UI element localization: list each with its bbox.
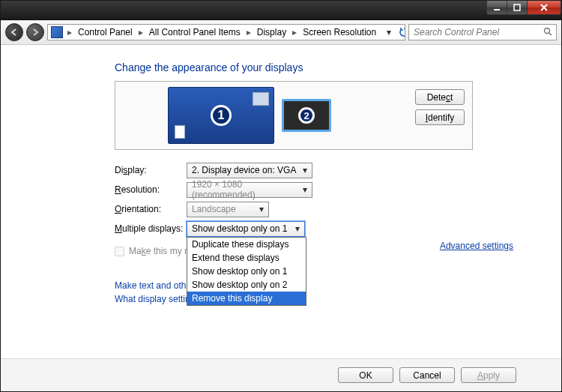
identify-button[interactable]: Identify — [415, 109, 465, 125]
dd-option-extend[interactable]: Extend these displays — [187, 251, 306, 265]
maximize-button[interactable] — [507, 1, 528, 15]
control-panel-icon — [51, 26, 63, 38]
resolution-label: Resolution: — [115, 184, 187, 195]
crumb-screen-resolution[interactable]: Screen Resolution — [300, 27, 379, 37]
display-preview-box: 1 2 Detect Identify — [115, 81, 473, 150]
display-combobox[interactable]: 2. Display device on: VGA ▾ — [187, 163, 312, 178]
display-label: Display: — [115, 165, 187, 175]
monitor-1-number: 1 — [211, 105, 232, 126]
crumb-display[interactable]: Display — [254, 27, 289, 37]
svg-point-2 — [545, 28, 550, 33]
dd-option-only1[interactable]: Show desktop only on 1 — [187, 265, 306, 278]
chevron-right-icon: ▸ — [66, 27, 73, 37]
monitor-2-number: 2 — [298, 107, 315, 124]
address-bar[interactable]: ▸ Control Panel ▸ All Control Panel Item… — [47, 24, 405, 40]
dd-option-only2[interactable]: Show desktop only on 2 — [187, 278, 306, 292]
help-links: Make text and othe What display settings… — [115, 279, 522, 306]
forward-button[interactable] — [26, 23, 44, 41]
display-value: 2. Display device on: VGA — [192, 165, 296, 175]
multiple-displays-label: Multiple displays: — [115, 223, 187, 234]
dialog-footer: OK Cancel Apply — [1, 358, 561, 391]
back-button[interactable] — [5, 23, 23, 41]
search-input[interactable] — [412, 26, 543, 38]
svg-line-3 — [549, 33, 552, 35]
close-button[interactable] — [527, 1, 561, 15]
page-title: Change the appearance of your displays — [115, 61, 522, 73]
multiple-displays-combobox[interactable]: Show desktop only on 1 ▾ — [187, 221, 305, 237]
monitor-2[interactable]: 2 — [282, 99, 331, 132]
svg-rect-0 — [494, 9, 500, 10]
screen-resolution-window: ▸ Control Panel ▸ All Control Panel Item… — [0, 0, 562, 392]
resolution-value: 1920 × 1080 (recommended) — [192, 179, 300, 200]
history-dropdown-button[interactable]: ▾ — [382, 25, 396, 39]
caption-buttons — [487, 1, 561, 15]
chevron-right-icon: ▸ — [137, 27, 145, 37]
content-area: Change the appearance of your displays 1… — [1, 45, 561, 313]
chevron-right-icon: ▸ — [245, 27, 253, 37]
search-icon — [543, 27, 553, 38]
main-display-checkbox[interactable] — [115, 247, 124, 256]
text-size-link[interactable]: Make text and othe — [115, 280, 191, 291]
settings-form: Display: 2. Display device on: VGA ▾ Res… — [115, 160, 522, 238]
detect-button[interactable]: Detect — [415, 89, 465, 105]
cancel-button[interactable]: Cancel — [399, 367, 455, 383]
minimize-button[interactable] — [486, 1, 507, 15]
resolution-combobox[interactable]: 1920 × 1080 (recommended) ▾ — [187, 182, 312, 198]
nav-row: ▸ Control Panel ▸ All Control Panel Item… — [1, 20, 561, 45]
crumb-control-panel[interactable]: Control Panel — [75, 27, 136, 37]
orientation-label: Orientation: — [115, 204, 187, 214]
advanced-settings-link[interactable]: Advanced settings — [440, 241, 513, 251]
svg-rect-1 — [514, 4, 520, 10]
search-box[interactable] — [408, 24, 557, 40]
refresh-button[interactable] — [397, 25, 405, 39]
chevron-down-icon: ▾ — [256, 204, 267, 215]
monitor-1[interactable]: 1 — [168, 87, 274, 144]
titlebar — [1, 1, 561, 20]
chevron-down-icon: ▾ — [299, 165, 310, 176]
multiple-displays-value: Show desktop only on 1 — [192, 223, 287, 234]
orientation-combobox[interactable]: Landscape ▾ — [187, 202, 269, 217]
dd-option-remove[interactable]: Remove this display — [187, 292, 306, 305]
dd-option-duplicate[interactable]: Duplicate these displays — [187, 238, 306, 251]
multiple-displays-dropdown: Duplicate these displays Extend these di… — [187, 237, 306, 306]
crumb-all-items[interactable]: All Control Panel Items — [146, 27, 244, 37]
orientation-value: Landscape — [192, 204, 236, 214]
apply-button[interactable]: Apply — [461, 367, 516, 383]
chevron-down-icon: ▾ — [291, 223, 303, 235]
chevron-down-icon: ▾ — [300, 184, 310, 196]
ok-button[interactable]: OK — [338, 367, 393, 383]
chevron-right-icon: ▸ — [291, 27, 298, 37]
